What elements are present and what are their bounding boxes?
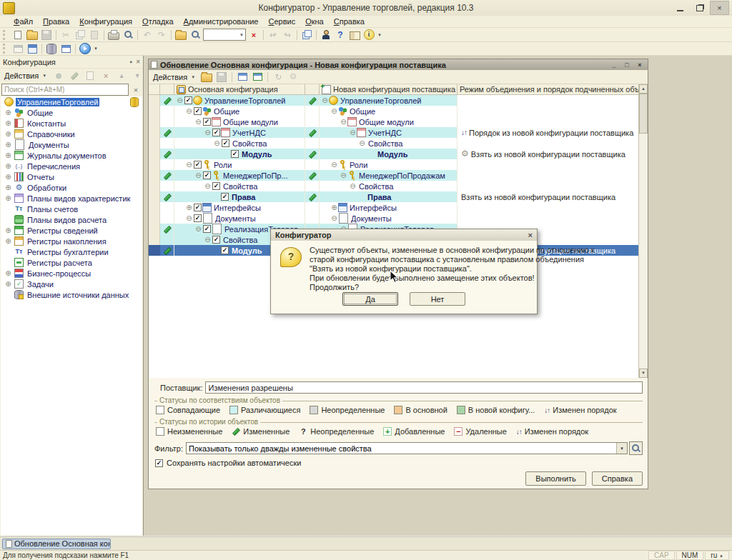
collapse-icon[interactable]	[330, 161, 338, 169]
include-checkbox[interactable]	[222, 139, 229, 147]
jump-forward-button[interactable]: ↬	[280, 29, 295, 41]
expand-icon[interactable]	[4, 269, 12, 277]
tree-root-item[interactable]: УправлениеТорговлей	[1, 96, 142, 107]
column-new-config[interactable]: Новая конфигурация поставщика	[320, 84, 458, 94]
clipboard-history-button[interactable]	[300, 29, 314, 41]
minimize-button[interactable]: _	[608, 61, 620, 69]
scrollbar-thumb[interactable]	[639, 94, 648, 134]
clear-search-button[interactable]: ×	[247, 29, 261, 41]
collapse-icon[interactable]	[349, 129, 357, 136]
vertical-scrollbar[interactable]: ▲ ▼	[638, 84, 648, 378]
move-down-button[interactable]: ▼	[130, 70, 144, 82]
close-button[interactable]: ×	[634, 61, 646, 69]
include-checkbox[interactable]	[212, 236, 220, 244]
include-checkbox[interactable]	[203, 118, 211, 126]
table-row[interactable]: Интерфейсы Интерфейсы	[149, 202, 638, 213]
expand-icon[interactable]	[4, 130, 12, 138]
search-combobox[interactable]: ▼	[203, 29, 246, 41]
table-row[interactable]: Модуль Модуль Взять из новой конфигураци…	[149, 149, 638, 159]
sidebar-item-char-types[interactable]: Планы видов характеристик	[1, 193, 142, 204]
table-row[interactable]: Права Права Взять из новой конфигурации …	[149, 191, 638, 202]
sidebar-item-accounting-registers[interactable]: Регистры бухгалтерии	[1, 246, 142, 257]
collapse-icon[interactable]	[349, 182, 357, 190]
menu-file[interactable]: Файл	[9, 16, 38, 26]
paste-button[interactable]	[87, 29, 102, 41]
open-button[interactable]	[25, 29, 39, 41]
copy-item-button[interactable]	[83, 70, 97, 82]
ch evron-down-icon[interactable]: ▼	[616, 443, 627, 454]
expand-icon[interactable]	[4, 162, 12, 170]
expand-icon[interactable]	[4, 194, 12, 202]
print-button[interactable]	[107, 29, 121, 41]
expand-icon[interactable]	[4, 173, 12, 181]
expand-icon[interactable]	[4, 226, 12, 234]
actions-menu-button[interactable]: Действия▼	[151, 72, 199, 82]
expand-icon[interactable]	[4, 237, 12, 245]
global-search-button[interactable]	[174, 29, 188, 41]
menu-help[interactable]: Справка	[329, 16, 370, 26]
search-input[interactable]	[1, 84, 129, 96]
collapse-icon[interactable]	[340, 118, 347, 126]
redo-button[interactable]: ↷	[154, 29, 169, 41]
collapse-icon[interactable]	[321, 96, 329, 104]
new-document-button[interactable]	[11, 29, 25, 41]
include-checkbox[interactable]	[203, 171, 211, 179]
jump-back-button[interactable]: ↫	[266, 29, 280, 41]
actions-menu-button[interactable]: Действия▼	[2, 71, 50, 81]
expand-icon[interactable]	[4, 280, 12, 288]
include-checkbox[interactable]	[184, 96, 192, 104]
autosave-checkbox[interactable]	[155, 459, 163, 467]
start-debugging-button[interactable]	[78, 43, 92, 55]
sidebar-item-calc-registers[interactable]: Регистры расчета	[1, 257, 142, 268]
include-checkbox[interactable]	[212, 182, 220, 190]
include-checkbox[interactable]	[194, 161, 202, 169]
dialog-titlebar[interactable]: Конфигуратор ×	[271, 229, 537, 241]
sidebar-item-constants[interactable]: Константы	[1, 118, 142, 129]
sidebar-item-dataprocessors[interactable]: Обработки	[1, 182, 142, 193]
syntax-check-button[interactable]	[319, 29, 333, 41]
include-checkbox[interactable]	[221, 246, 229, 254]
expand-icon[interactable]	[4, 151, 12, 159]
collapse-icon[interactable]	[194, 225, 202, 233]
collapse-icon[interactable]	[213, 139, 221, 147]
filter-combobox[interactable]: ▼	[186, 442, 628, 454]
maximize-button[interactable]: □	[621, 61, 633, 69]
expand-icon[interactable]	[4, 119, 12, 127]
about-button[interactable]: i	[362, 29, 376, 41]
scroll-down-button[interactable]: ▼	[639, 369, 648, 378]
table-row[interactable]: Свойства Свойства	[149, 138, 638, 149]
add-button[interactable]: ⊕	[51, 70, 66, 82]
settings-button[interactable]	[286, 71, 300, 83]
collapse-icon[interactable]	[176, 96, 184, 104]
sidebar-item-external-sources[interactable]: Внешние источники данных	[1, 289, 142, 300]
expand-icon[interactable]	[185, 204, 193, 211]
sidebar-item-documents[interactable]: Документы	[1, 139, 142, 150]
table-row[interactable]: УчетНДС УчетНДС Порядок из новой конфигу…	[149, 127, 638, 138]
filter-input[interactable]	[186, 442, 628, 454]
sidebar-item-info-registers[interactable]: Регистры сведений	[1, 225, 142, 236]
filter-search-button[interactable]	[629, 441, 643, 455]
table-row[interactable]: Общие модули Общие модули	[149, 116, 638, 127]
collapse-icon[interactable]	[358, 139, 366, 147]
include-checkbox[interactable]	[203, 225, 211, 233]
menu-administration[interactable]: Администрирование	[179, 16, 264, 26]
open-config-button[interactable]	[199, 71, 214, 83]
sidebar-item-chart-of-accounts[interactable]: Планы счетов	[1, 204, 142, 214]
execute-button[interactable]: Выполнить	[525, 471, 585, 486]
cut-button[interactable]: ✂	[59, 29, 73, 41]
collapse-icon[interactable]	[204, 182, 212, 190]
scroll-up-button[interactable]: ▲	[639, 84, 648, 94]
expand-icon[interactable]	[4, 141, 12, 149]
refresh-button[interactable]: ↻	[271, 71, 285, 83]
next-difference-button[interactable]	[250, 71, 264, 83]
sidebar-item-accum-registers[interactable]: Регистры накопления	[1, 236, 142, 246]
filter-settings-button[interactable]	[235, 71, 249, 83]
include-checkbox[interactable]	[194, 214, 202, 222]
expand-icon[interactable]	[4, 109, 12, 116]
collapse-icon[interactable]	[185, 214, 193, 222]
column-merge-mode[interactable]: Режим объединения и порядок подчиненных …	[458, 84, 638, 94]
no-button[interactable]: Нет	[410, 292, 465, 306]
sidebar-item-reports[interactable]: Отчеты	[1, 171, 142, 182]
clear-search-icon[interactable]: ×	[130, 84, 142, 96]
table-row[interactable]: Документы Документы	[149, 213, 638, 224]
